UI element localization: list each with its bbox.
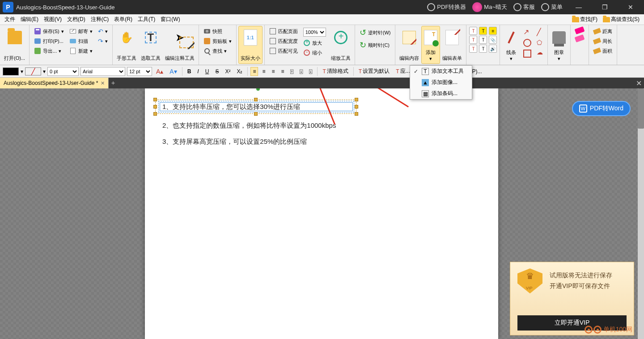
decrease-font-button[interactable]: A▾ <box>167 67 179 76</box>
arrow-shape-button[interactable]: ↗ <box>521 27 533 37</box>
perimeter-button[interactable]: 周长 <box>592 37 614 46</box>
clear-format-button[interactable]: T清除格式 <box>320 66 350 76</box>
resize-handle-ne[interactable] <box>355 98 358 101</box>
zoom-select[interactable]: 100% <box>303 28 326 37</box>
resize-handle-w[interactable] <box>153 105 157 109</box>
resize-handle-e[interactable] <box>355 105 358 109</box>
menu-view[interactable]: 视图(V) <box>41 15 64 24</box>
form-tool-1-icon[interactable]: T <box>469 27 477 35</box>
actual-size-button[interactable]: 1:1实际大小 <box>238 26 263 64</box>
clipboard-button[interactable]: 剪贴板▾ <box>202 37 233 46</box>
new-button[interactable]: 新建▾ <box>68 46 94 55</box>
vertical-scrollbar[interactable] <box>638 88 644 339</box>
stamp-button[interactable]: 图章▾ <box>550 26 568 64</box>
menu-form[interactable]: 表单(R) <box>111 15 135 24</box>
add-text-tool-item[interactable]: ✓T添加文本工具 <box>410 66 472 77</box>
resize-handle-sw[interactable] <box>153 112 157 116</box>
rotate-ccw-button[interactable]: ↺逆时针(W) <box>358 27 393 38</box>
add-image-item[interactable]: ▲添加图像... <box>410 77 472 88</box>
resize-handle-se[interactable] <box>355 112 358 116</box>
circle-shape-button[interactable] <box>521 38 533 48</box>
stroke-size-select[interactable]: 0 pt <box>47 67 79 76</box>
lines-button[interactable]: 线条▾ <box>502 26 521 64</box>
main-menu-button[interactable]: 菜单 <box>541 3 563 11</box>
hand-tool-button[interactable]: ✋手形工具 <box>114 26 139 64</box>
scrollbar-thumb[interactable] <box>638 88 644 129</box>
align-center-button[interactable]: ≡ <box>260 67 267 76</box>
sub-button[interactable]: X₂ <box>234 67 245 76</box>
user-profile[interactable]: Ma~晴天 <box>472 2 507 12</box>
menu-tools[interactable]: 工具(T) <box>135 15 158 24</box>
select-tool-button[interactable]: T选取工具 <box>139 26 163 64</box>
eraser1-button[interactable] <box>573 27 586 34</box>
pdf-to-word-button[interactable]: WPDF转Word <box>572 101 631 116</box>
line-shape-button[interactable]: ╱ <box>535 27 545 37</box>
highlight-icon[interactable]: T <box>479 27 487 35</box>
export-button[interactable]: 导出...▾ <box>32 46 66 55</box>
form-tool-2-icon[interactable]: T <box>469 36 477 44</box>
underline-button[interactable]: U <box>203 67 212 76</box>
font-size-select[interactable]: 12 pt <box>127 67 152 76</box>
resize-handle-n[interactable] <box>254 98 258 101</box>
align-justify-button[interactable]: ≡ <box>279 67 286 76</box>
note-icon[interactable]: ≡ <box>489 27 497 35</box>
menu-comment[interactable]: 注释(C) <box>88 15 112 24</box>
pdf-converter-button[interactable]: PDF转换器 <box>427 3 466 11</box>
find-button[interactable]: 查找(F) <box>569 16 600 23</box>
menu-file[interactable]: 文件 <box>2 15 18 24</box>
bold-button[interactable]: B <box>185 67 194 76</box>
area-button[interactable]: 面积 <box>592 46 614 55</box>
undo-button[interactable]: ↶▾ <box>96 27 110 36</box>
edit-form-button[interactable]: 编辑表单 <box>440 26 464 64</box>
align-bottom-button[interactable]: ⍗ <box>307 67 314 76</box>
strike-button[interactable]: S <box>213 67 221 76</box>
form-tool-5-icon[interactable]: T <box>479 36 487 44</box>
edit-annotation-button[interactable]: ➤编辑注释工具 <box>163 26 197 64</box>
fit-visible-button[interactable]: 匹配可见 <box>267 46 300 55</box>
fill-color-well[interactable] <box>3 67 19 75</box>
fit-page-button[interactable]: 匹配页面 <box>267 27 300 36</box>
fit-width-button[interactable]: 匹配宽度 <box>267 37 300 46</box>
document-tab[interactable]: Auslogics-BoostSpeed-13-User-Guide *✕ <box>0 78 109 88</box>
zoom-in-button[interactable]: 放大 <box>301 38 328 47</box>
set-default-button[interactable]: T设置为默认 <box>356 66 392 76</box>
maximize-button[interactable]: ❐ <box>595 0 614 14</box>
align-left-button[interactable]: ≡ <box>250 67 258 76</box>
rotate-cw-button[interactable]: ↻顺时针(C) <box>358 39 393 51</box>
print-button[interactable]: 打印(P)... <box>32 37 66 46</box>
distance-button[interactable]: 距离 <box>592 27 614 36</box>
stroke-color-well[interactable]: ╱ <box>25 67 41 75</box>
align-middle-button[interactable]: ⍗ <box>297 67 305 76</box>
zoom-tool-button[interactable]: 缩放工具 <box>329 26 353 64</box>
cloud-shape-button[interactable]: ☁ <box>535 48 545 57</box>
save-button[interactable]: 保存(S)▾ <box>32 27 66 36</box>
menu-window[interactable]: 窗口(W) <box>158 15 182 24</box>
align-right-button[interactable]: ≡ <box>269 67 277 76</box>
doc-line-1[interactable]: 1、支持比特率压缩，您可以选择30%进行压缩 <box>162 103 300 111</box>
eraser2-button[interactable] <box>573 35 586 42</box>
advanced-find-button[interactable]: 高级查找(S) <box>600 16 642 23</box>
increase-font-button[interactable]: A▴ <box>154 67 165 76</box>
zoom-out-button[interactable]: 缩小 <box>301 48 328 57</box>
doc-line-2[interactable]: 2、也支持指定的数值压缩，例如将比特率设置为1000kbps <box>162 121 336 130</box>
support-button[interactable]: 客服 <box>513 3 535 11</box>
redo-button[interactable]: ↷▾ <box>96 37 110 46</box>
form-tool-3-icon[interactable]: T <box>469 45 477 53</box>
doc-line-3[interactable]: 3、支持屏幕高宽压缩，可以设置25%的比例压缩 <box>162 138 307 146</box>
menu-document[interactable]: 文档(D) <box>64 15 88 24</box>
tab-close-button[interactable]: ✕ <box>101 80 105 86</box>
poly-shape-button[interactable]: ⬠ <box>535 38 545 47</box>
menu-edit[interactable]: 编辑(E) <box>18 15 41 24</box>
mail-button[interactable]: 邮寄▾ <box>68 27 94 36</box>
add-button[interactable]: 添加▾ <box>421 26 440 64</box>
sound-icon[interactable]: 🔊 <box>489 45 497 53</box>
align-top-button[interactable]: ⍐ <box>288 67 296 76</box>
open-button[interactable]: 打开(O)... <box>2 26 27 64</box>
close-all-tabs-button[interactable]: ✕ <box>633 78 644 88</box>
scan-button[interactable]: 扫描 <box>68 37 94 46</box>
snapshot-button[interactable]: 快照 <box>202 27 233 36</box>
resize-handle-s[interactable] <box>254 112 258 116</box>
attach-icon[interactable]: 📎 <box>489 36 497 44</box>
form-tool-6-icon[interactable]: T <box>479 45 487 53</box>
add-barcode-item[interactable]: ▦添加条码... <box>410 88 472 99</box>
